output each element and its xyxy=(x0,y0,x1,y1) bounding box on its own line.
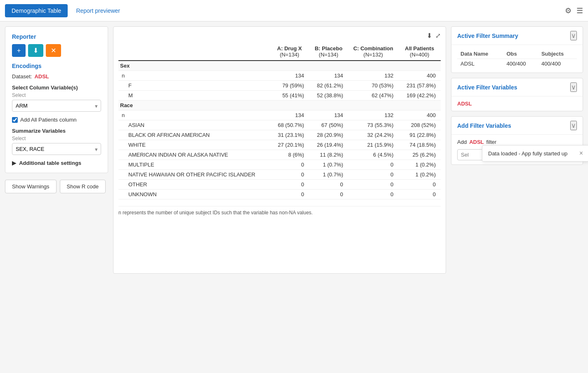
table-toolbar: ⬇ ⤢ xyxy=(118,32,441,40)
show-warnings-button[interactable]: Show Warnings xyxy=(5,180,57,193)
column-select-wrapper: ARM ▾ xyxy=(12,100,101,112)
table-section-header: Sex xyxy=(118,61,441,71)
settings-icon[interactable]: ⚙ xyxy=(565,6,571,15)
active-filter-summary-chevron-icon[interactable]: ∨ xyxy=(570,31,577,40)
column-variable-group: Select Column Variable(s) Select ARM ▾ xyxy=(12,84,101,112)
tab-demographic-table[interactable]: Demographic Table xyxy=(5,4,68,17)
additional-settings-caret-icon: ▶ xyxy=(12,160,16,166)
table-cell-c: 0 xyxy=(348,160,399,170)
col-header-all: All Patients(N=400) xyxy=(398,43,441,61)
add-button[interactable]: + xyxy=(12,44,26,57)
filter-row-obs: 400/400 xyxy=(503,59,538,69)
add-filter-text: filter xyxy=(486,139,497,145)
table-cell-all: 208 (52%) xyxy=(398,120,441,130)
additional-settings-toggle[interactable]: ▶ Additional table settings xyxy=(12,160,101,166)
column-variable-select[interactable]: ARM xyxy=(12,100,101,112)
menu-icon[interactable]: ☰ xyxy=(576,6,583,15)
left-panel: Reporter + ⬇ ✕ Encodings Dataset: ADSL S… xyxy=(5,26,108,368)
col-header-a: A: Drug X(N=134) xyxy=(270,43,309,61)
add-filter-add-label: Add xyxy=(457,139,467,145)
add-filter-variables-card: Add Filter Variables ∨ Add ADSL filter D… xyxy=(451,116,583,165)
active-filter-variables-header: Active Filter Variables ∨ xyxy=(451,78,583,96)
left-card: Reporter + ⬇ ✕ Encodings Dataset: ADSL S… xyxy=(5,26,108,173)
filter-summary-table: Data Name Obs Subjects ADSL 400/400 400/… xyxy=(457,49,577,68)
table-cell-c: 6 (4.5%) xyxy=(348,150,399,160)
table-cell-all: 400 xyxy=(398,71,441,81)
table-cell-b: 1 (0.7%) xyxy=(309,170,348,180)
active-filter-variables-chevron-icon[interactable]: ∨ xyxy=(570,82,577,92)
summarize-label: Summarize Variables xyxy=(12,128,101,134)
table-download-icon[interactable]: ⬇ xyxy=(427,32,432,40)
header: Demographic Table Report previewer ⚙ ☰ xyxy=(0,0,588,21)
table-cell-c: 70 (53%) xyxy=(348,81,399,91)
header-tabs: Demographic Table Report previewer xyxy=(5,4,127,17)
add-filter-chevron-icon[interactable]: ∨ xyxy=(570,121,577,130)
table-cell-a: 68 (50.7%) xyxy=(270,120,309,130)
table-row: AMERICAN INDIAN OR ALASKA NATIVE8 (6%)11… xyxy=(118,150,441,160)
table-cell-b: 11 (8.2%) xyxy=(309,150,348,160)
table-cell-b: 134 xyxy=(309,110,348,120)
dataset-row: Dataset: ADSL xyxy=(12,73,101,80)
table-cell-all: 169 (42.2%) xyxy=(398,91,441,101)
filter-col-name-header: Data Name xyxy=(457,49,503,59)
active-filter-summary-card: Active Filter Summary ∨ Data Name Obs Su… xyxy=(451,26,583,73)
summarize-sublabel: Select xyxy=(12,136,101,141)
table-cell-a: 79 (59%) xyxy=(270,81,309,91)
table-cell-a: 27 (20.1%) xyxy=(270,140,309,150)
toast-notification: Data loaded - App fully started up × xyxy=(482,145,588,162)
table-cell-a: 31 (23.1%) xyxy=(270,130,309,140)
add-filter-row: Add ADSL filter xyxy=(457,139,577,145)
table-row: ASIAN68 (50.7%)67 (50%)73 (55.3%)208 (52… xyxy=(118,120,441,130)
table-footer: n represents the number of unique subjec… xyxy=(118,206,441,216)
table-row: n134134132400 xyxy=(118,71,441,81)
table-cell-all: 25 (6.2%) xyxy=(398,150,441,160)
table-cell-all: 0 xyxy=(398,190,441,199)
table-cell-b: 67 (50%) xyxy=(309,120,348,130)
header-icons: ⚙ ☰ xyxy=(565,6,583,15)
table-cell-all: 74 (18.5%) xyxy=(398,140,441,150)
table-cell-c: 62 (47%) xyxy=(348,91,399,101)
table-cell-all: 0 xyxy=(398,180,441,190)
table-section-header: Race xyxy=(118,101,441,110)
table-cell-c: 0 xyxy=(348,170,399,180)
table-row-label: ASIAN xyxy=(118,120,270,130)
toast-close-button[interactable]: × xyxy=(579,150,583,157)
table-cell-c: 21 (15.9%) xyxy=(348,140,399,150)
table-row: NATIVE HAWAIIAN OR OTHER PACIFIC ISLANDE… xyxy=(118,170,441,180)
table-cell-c: 132 xyxy=(348,71,399,81)
table-cell-b: 28 (20.9%) xyxy=(309,130,348,140)
active-filter-variables-body: ADSL xyxy=(451,96,583,111)
table-row-label: AMERICAN INDIAN OR ALASKA NATIVE xyxy=(118,150,270,160)
table-row-label: F xyxy=(118,81,270,91)
active-filter-variables-value: ADSL xyxy=(457,101,472,107)
table-cell-a: 134 xyxy=(270,110,309,120)
table-cell-all: 231 (57.8%) xyxy=(398,81,441,91)
table-row: n134134132400 xyxy=(118,110,441,120)
table-row-label: n xyxy=(118,110,270,120)
col-header-empty xyxy=(118,43,270,61)
table-row-label: MULTIPLE xyxy=(118,160,270,170)
active-filter-variables-title: Active Filter Variables xyxy=(457,84,517,91)
show-code-button[interactable]: Show R code xyxy=(60,180,106,193)
table-cell-b: 0 xyxy=(309,180,348,190)
tab-report-previewer[interactable]: Report previewer xyxy=(69,4,127,17)
table-expand-icon[interactable]: ⤢ xyxy=(435,32,441,40)
table-row: MULTIPLE01 (0.7%)01 (0.2%) xyxy=(118,160,441,170)
table-row-label: M xyxy=(118,91,270,101)
add-all-patients-checkbox[interactable] xyxy=(12,117,18,123)
add-all-patients-label: Add All Patients column xyxy=(20,117,77,123)
summarize-variables-group: Summarize Variables Select SEX, RACE ▾ xyxy=(12,128,101,155)
summarize-variable-select[interactable]: SEX, RACE xyxy=(12,143,101,155)
table-card: ⬇ ⤢ A: Drug X(N=134) B: Placebo(N=134) C… xyxy=(113,26,446,274)
additional-settings-label: Additional table settings xyxy=(19,160,81,166)
main-layout: Reporter + ⬇ ✕ Encodings Dataset: ADSL S… xyxy=(0,21,588,373)
filter-table-header-row: Data Name Obs Subjects xyxy=(457,49,577,59)
download-button[interactable]: ⬇ xyxy=(28,44,43,57)
table-cell-a: 0 xyxy=(270,180,309,190)
column-variable-label: Select Column Variable(s) xyxy=(12,84,101,91)
active-filter-summary-header: Active Filter Summary ∨ xyxy=(451,27,583,45)
table-cell-a: 0 xyxy=(270,190,309,199)
table-cell-c: 0 xyxy=(348,180,399,190)
close-button[interactable]: ✕ xyxy=(46,44,61,57)
table-cell-c: 73 (55.3%) xyxy=(348,120,399,130)
